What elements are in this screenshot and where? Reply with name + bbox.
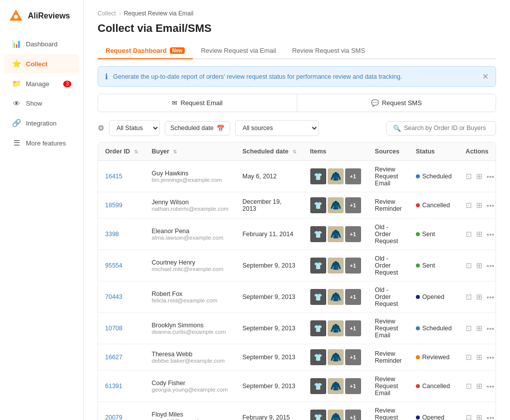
status-dot bbox=[416, 203, 420, 207]
item-thumb-shirt: 👕 bbox=[310, 226, 326, 242]
action-view-button[interactable]: ⊡ bbox=[466, 261, 472, 270]
item-thumb-shirt: 👕 bbox=[310, 349, 326, 365]
status-label: Sent bbox=[422, 262, 435, 269]
cell-items: 👕 🧥 +1 bbox=[303, 281, 368, 313]
action-view-button[interactable]: ⊡ bbox=[466, 413, 472, 420]
action-grid-button[interactable]: ⊞ bbox=[476, 292, 483, 301]
table-row: 20079 Floyd Miles tanya.hill@example.com… bbox=[98, 402, 496, 420]
source-filter[interactable]: All sources Review Request Email Review … bbox=[235, 120, 319, 136]
cell-order-id: 16627 bbox=[98, 344, 145, 371]
action-view-button[interactable]: ⊡ bbox=[466, 201, 472, 210]
order-id-link[interactable]: 16415 bbox=[105, 173, 123, 180]
more-icon: ☰ bbox=[12, 139, 21, 147]
cell-actions: ⊡ ⊞ ••• bbox=[459, 344, 496, 371]
breadcrumb-current: Request Review via Email bbox=[124, 10, 193, 17]
cell-buyer: Guy Hawkins tim.jennings@example.com bbox=[145, 161, 236, 192]
search-box[interactable]: 🔍 bbox=[386, 121, 496, 136]
status-label: Opened bbox=[422, 414, 444, 420]
action-more-button[interactable]: ••• bbox=[487, 414, 495, 420]
status-filter[interactable]: All Status Scheduled Cancelled Sent Open… bbox=[109, 120, 160, 136]
action-grid-button[interactable]: ⊞ bbox=[476, 353, 483, 362]
sidebar-item-show[interactable]: 👁 Show bbox=[4, 94, 79, 113]
sidebar-item-more[interactable]: ☰ More features bbox=[4, 134, 79, 152]
tab-request-dashboard[interactable]: Request Dashboard New bbox=[98, 43, 193, 59]
status-dot bbox=[416, 174, 420, 178]
action-more-button[interactable]: ••• bbox=[487, 262, 495, 270]
manage-badge: 3 bbox=[63, 81, 71, 87]
action-more-button[interactable]: ••• bbox=[487, 382, 495, 391]
order-id-link[interactable]: 20079 bbox=[105, 414, 123, 420]
breadcrumb-parent[interactable]: Collect bbox=[98, 10, 116, 17]
action-view-button[interactable]: ⊡ bbox=[466, 172, 472, 181]
action-view-button[interactable]: ⊡ bbox=[466, 382, 472, 391]
order-id-link[interactable]: 95554 bbox=[105, 262, 123, 269]
cell-order-id: 20079 bbox=[98, 402, 145, 420]
cell-actions: ⊡ ⊞ ••• bbox=[459, 250, 496, 281]
dashboard-icon: 📊 bbox=[12, 39, 21, 48]
item-thumb-shirt: 👕 bbox=[310, 378, 326, 394]
request-sms-button[interactable]: 💬 Request SMS bbox=[297, 94, 496, 112]
buyer-name: Eleanor Pena bbox=[152, 228, 229, 235]
action-more-button[interactable]: ••• bbox=[487, 201, 495, 210]
sidebar-item-manage[interactable]: 📁 Manage 3 bbox=[4, 74, 79, 93]
cell-order-id: 3398 bbox=[98, 219, 145, 250]
action-grid-button[interactable]: ⊞ bbox=[476, 201, 483, 210]
status-label: Cancelled bbox=[422, 202, 450, 209]
action-view-button[interactable]: ⊡ bbox=[466, 353, 472, 362]
buyer-email: felicia.reid@example.com bbox=[152, 297, 229, 303]
col-buyer: Buyer ⇅ bbox=[145, 142, 236, 161]
col-status: Status bbox=[409, 142, 459, 161]
cell-buyer: Robert Fox felicia.reid@example.com bbox=[145, 281, 236, 313]
cell-source: Old - Order Request bbox=[368, 281, 409, 313]
action-view-button[interactable]: ⊡ bbox=[466, 292, 472, 301]
item-thumb-cream: 🧥 bbox=[328, 258, 344, 274]
filter-icon: ⚙ bbox=[98, 124, 104, 133]
cell-source: Review Request Email bbox=[368, 371, 409, 402]
request-email-button[interactable]: ✉ Request Email bbox=[98, 94, 297, 112]
action-more-button[interactable]: ••• bbox=[487, 353, 495, 362]
cell-date: September 9, 2013 bbox=[236, 313, 303, 344]
action-more-button[interactable]: ••• bbox=[487, 293, 495, 301]
sort-icon-date: ⇅ bbox=[292, 149, 296, 154]
action-more-button[interactable]: ••• bbox=[487, 230, 495, 239]
tab-review-request-sms[interactable]: Review Request via SMS bbox=[284, 43, 373, 59]
action-grid-button[interactable]: ⊞ bbox=[476, 413, 483, 420]
cell-source: Old - Order Request bbox=[368, 219, 409, 250]
action-view-button[interactable]: ⊡ bbox=[466, 230, 472, 239]
cell-items: 👕 🧥 +1 bbox=[303, 402, 368, 420]
integration-icon: 🔗 bbox=[12, 119, 21, 128]
action-grid-button[interactable]: ⊞ bbox=[476, 382, 483, 391]
action-grid-button[interactable]: ⊞ bbox=[476, 230, 483, 239]
search-input[interactable] bbox=[404, 125, 490, 132]
tab-review-request-email[interactable]: Review Request via Email bbox=[193, 43, 284, 59]
show-icon: 👁 bbox=[12, 99, 21, 108]
date-filter[interactable]: Scheduled date 📅 bbox=[165, 121, 230, 136]
tab-request-dashboard-label: Request Dashboard bbox=[106, 47, 167, 54]
order-id-link[interactable]: 3398 bbox=[105, 231, 119, 238]
action-grid-button[interactable]: ⊞ bbox=[476, 172, 483, 181]
sidebar-item-integration[interactable]: 🔗 Integration bbox=[4, 114, 79, 133]
order-id-link[interactable]: 61391 bbox=[105, 383, 123, 390]
cell-actions: ⊡ ⊞ ••• bbox=[459, 281, 496, 313]
table-row: 3398 Eleanor Pena alma.lawson@example.co… bbox=[98, 219, 496, 250]
buyer-email: michael.mitc@example.com bbox=[152, 266, 229, 272]
action-view-button[interactable]: ⊡ bbox=[466, 324, 472, 333]
breadcrumb-separator: › bbox=[119, 10, 121, 17]
alert-close-button[interactable]: ✕ bbox=[482, 72, 489, 81]
action-grid-button[interactable]: ⊞ bbox=[476, 324, 483, 333]
sidebar-item-collect[interactable]: ⭐ Collect bbox=[4, 54, 79, 73]
order-id-link[interactable]: 10708 bbox=[105, 325, 123, 332]
item-thumb-shirt: 👕 bbox=[310, 168, 326, 184]
action-more-button[interactable]: ••• bbox=[487, 324, 495, 333]
action-grid-button[interactable]: ⊞ bbox=[476, 261, 483, 270]
order-id-link[interactable]: 70443 bbox=[105, 293, 123, 300]
svg-point-2 bbox=[14, 15, 18, 19]
sidebar-label-show: Show bbox=[26, 100, 42, 107]
item-thumb-cream: 🧥 bbox=[328, 289, 344, 305]
order-id-link[interactable]: 18599 bbox=[105, 202, 123, 209]
item-thumb-cream: 🧥 bbox=[328, 410, 344, 420]
sidebar-item-dashboard[interactable]: 📊 Dashboard bbox=[4, 34, 79, 53]
order-id-link[interactable]: 16627 bbox=[105, 354, 123, 361]
status-dot bbox=[416, 355, 420, 359]
action-more-button[interactable]: ••• bbox=[487, 172, 495, 181]
